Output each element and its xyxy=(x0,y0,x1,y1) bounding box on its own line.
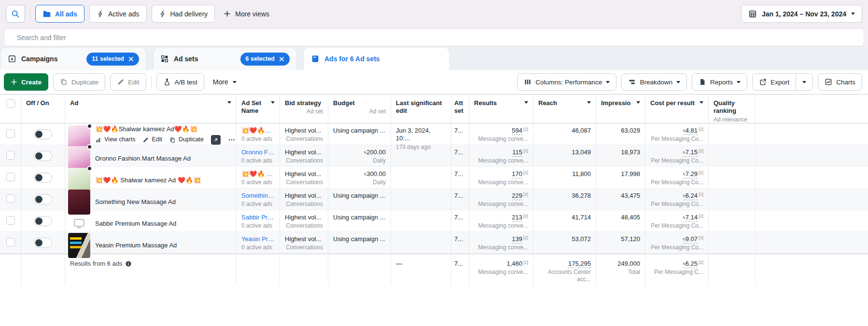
date-range-picker[interactable]: Jan 1, 2024 – Nov 23, 2024 xyxy=(741,5,862,23)
ad-name[interactable]: 💥❤️🔥Shalwar kameez Ad❤️🔥💥 xyxy=(95,125,232,133)
view-had-delivery-button[interactable]: Had delivery xyxy=(152,5,215,23)
cost-per-result-value[interactable]: ৳4.81 xyxy=(683,127,698,135)
reports-button[interactable]: Reports xyxy=(692,73,747,91)
results-value[interactable]: 594 xyxy=(512,127,522,135)
columns-button[interactable]: Columns: Performance xyxy=(517,73,616,91)
plus-icon xyxy=(11,79,17,85)
ellipsis-icon xyxy=(228,136,236,144)
tab-ad-sets[interactable]: Ad sets 6 selected xyxy=(154,48,296,70)
adset-name-link[interactable]: Yeasin Pre... xyxy=(241,235,275,243)
bid-strategy: Highest vol... xyxy=(285,170,323,178)
col-quality-ranking[interactable]: Quality rankingAd relevance ... xyxy=(709,95,756,123)
ad-name[interactable]: Yeasin Premium Massage Ad xyxy=(95,242,177,249)
cost-per-result-value[interactable]: ৳7.14 xyxy=(683,214,698,222)
row-checkbox[interactable] xyxy=(6,194,15,203)
col-reach[interactable]: Reach xyxy=(533,95,596,123)
create-button[interactable]: Create xyxy=(4,73,48,91)
ad-name[interactable]: Oronno Fashion Mart Massage Ad xyxy=(95,155,191,163)
results-value[interactable]: 213 xyxy=(512,214,522,222)
filter-bar xyxy=(0,27,868,48)
charts-button[interactable]: Charts xyxy=(818,73,862,91)
ab-test-button[interactable]: A/B test xyxy=(156,73,204,91)
results-value[interactable]: 115 xyxy=(512,149,522,157)
info-icon[interactable] xyxy=(125,260,132,267)
duplicate-button[interactable]: Duplicate xyxy=(53,73,105,91)
tab-ads[interactable]: Ads for 6 Ad sets xyxy=(304,48,449,70)
ads-panel: Create Duplicate Edit A/B test xyxy=(0,70,868,326)
view-charts-button[interactable]: View charts xyxy=(95,136,135,144)
ad-name[interactable]: Sabbir Premium Massage Ad xyxy=(95,220,176,228)
ad-name[interactable]: 💥❤️🔥 Shalwar kameez Ad ❤️🔥💥 xyxy=(95,177,201,184)
budget: Using campaign ... xyxy=(333,214,386,221)
cost-per-result-value[interactable]: ৳9.07 xyxy=(683,235,698,244)
ad-toggle[interactable] xyxy=(34,194,52,204)
breakdown-button[interactable]: Breakdown xyxy=(621,73,687,91)
cost-per-result-value[interactable]: ৳7.29 xyxy=(683,170,698,178)
lightning-icon xyxy=(159,10,167,18)
col-budget[interactable]: BudgetAd set xyxy=(328,95,391,123)
svg-text:A: A xyxy=(11,57,14,61)
row-checkbox[interactable] xyxy=(6,173,15,181)
tab-campaigns[interactable]: A Campaigns 11 selected xyxy=(1,48,146,70)
row-checkbox[interactable] xyxy=(6,238,15,246)
chevron-down-icon xyxy=(851,13,855,15)
ads-manager-app: All ads Active ads Had delivery More vie… xyxy=(0,0,868,326)
search-and-filter-field[interactable] xyxy=(4,28,864,46)
col-attribution-setting[interactable]: Att set xyxy=(451,95,469,123)
col-impressions[interactable]: Impressio xyxy=(596,95,645,123)
row-checkbox[interactable] xyxy=(6,216,15,225)
more-button[interactable]: More xyxy=(209,78,240,86)
results-value[interactable]: 139 xyxy=(512,235,522,244)
budget: ৳300.00 xyxy=(333,170,386,178)
view-all-ads-button[interactable]: All ads xyxy=(35,5,84,23)
pencil-icon xyxy=(117,79,124,86)
toggle-knob xyxy=(35,196,42,203)
more-views-button[interactable]: More views xyxy=(220,10,273,18)
col-cost-per-result[interactable]: Cost per result xyxy=(645,95,709,123)
adset-active-ads: 0 active ads xyxy=(241,136,275,143)
boost-ad-button[interactable] xyxy=(211,135,221,145)
toolbar-right-group: Columns: Performance Breakdown Reports xyxy=(517,73,864,91)
adset-name-link[interactable]: Oronno Fa... xyxy=(241,149,275,156)
col-last-significant-edit[interactable]: Last significant edit xyxy=(391,95,451,123)
ad-name[interactable]: Something New Massage Ad xyxy=(95,198,176,206)
edit-ad-button[interactable]: Edit xyxy=(142,136,162,144)
adset-name-link[interactable]: 💥❤️🔥 S... xyxy=(241,170,275,178)
adset-name-link[interactable]: Sabbir Pre... xyxy=(241,214,275,221)
ad-toggle[interactable] xyxy=(34,216,52,226)
edit-button[interactable]: Edit xyxy=(110,73,146,91)
cost-per-result-value[interactable]: ৳6.24 xyxy=(683,192,698,200)
clear-selection-icon[interactable] xyxy=(128,56,134,62)
ad-toggle[interactable] xyxy=(34,129,52,139)
clear-selection-icon[interactable] xyxy=(279,56,284,62)
ad-toggle[interactable] xyxy=(34,151,52,161)
row-checkbox[interactable] xyxy=(6,151,15,160)
bid-strategy: Highest vol... xyxy=(285,127,323,135)
results-value[interactable]: 170 xyxy=(512,170,522,178)
col-ad[interactable]: Ad xyxy=(65,95,237,123)
ad-toggle[interactable] xyxy=(34,238,52,248)
search-button[interactable] xyxy=(6,5,25,23)
footer-reach-value[interactable]: 175,295 xyxy=(568,260,591,268)
search-and-filter-input[interactable] xyxy=(17,34,851,41)
col-bid-strategy[interactable]: Bid strategyAd set xyxy=(280,95,328,123)
adset-name-link[interactable]: Something... xyxy=(241,192,275,200)
cost-per-result-value[interactable]: ৳7.15 xyxy=(683,149,698,157)
campaigns-selected-badge[interactable]: 11 selected xyxy=(86,53,139,66)
ad-toggle[interactable] xyxy=(34,173,52,183)
arrow-up-right-icon xyxy=(213,137,219,143)
export-options-button[interactable] xyxy=(796,74,812,90)
ad-sets-selected-badge[interactable]: 6 selected xyxy=(240,53,290,66)
more-actions-button[interactable] xyxy=(228,136,236,144)
toggle-knob xyxy=(35,152,42,160)
footer-cost-value[interactable]: ৳6.25 xyxy=(683,260,698,268)
col-ad-set-name[interactable]: Ad Set Name xyxy=(237,95,280,123)
adset-name-link[interactable]: 💥❤️🔥Sh... xyxy=(241,127,275,135)
row-checkbox[interactable] xyxy=(6,129,15,138)
results-value[interactable]: 229 xyxy=(512,192,522,200)
select-all-checkbox[interactable] xyxy=(6,99,15,108)
duplicate-ad-button[interactable]: Duplicate xyxy=(169,136,204,144)
export-button[interactable]: Export xyxy=(753,74,796,90)
col-results[interactable]: Results xyxy=(469,95,533,123)
view-active-ads-button[interactable]: Active ads xyxy=(89,5,147,23)
